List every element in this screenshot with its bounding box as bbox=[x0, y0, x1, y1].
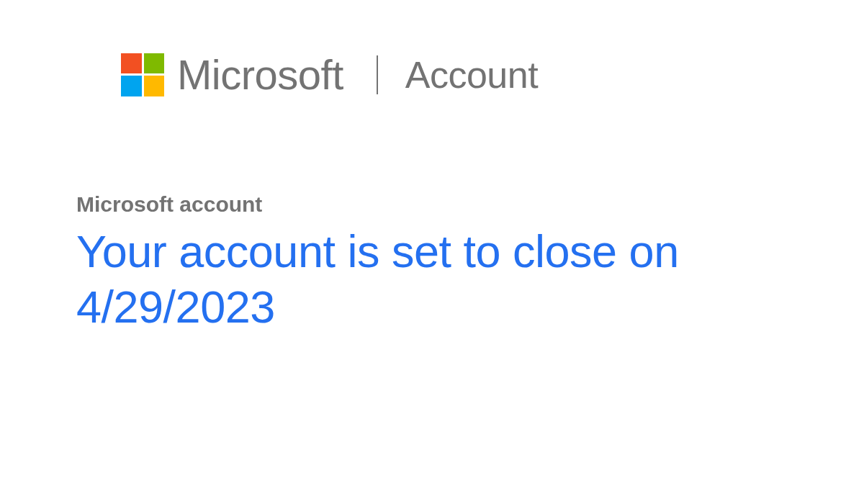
logo-square-green bbox=[144, 53, 165, 74]
email-content: Microsoft Account Microsoft account Your… bbox=[0, 0, 864, 335]
logo-square-red bbox=[121, 53, 142, 74]
subheading: Microsoft account bbox=[76, 192, 864, 217]
header: Microsoft Account bbox=[121, 50, 864, 99]
brand-name: Microsoft bbox=[177, 50, 343, 99]
headline: Your account is set to close on 4/29/202… bbox=[76, 224, 832, 335]
header-divider bbox=[377, 55, 378, 94]
body-section: Microsoft account Your account is set to… bbox=[76, 192, 864, 335]
logo-square-yellow bbox=[144, 76, 165, 96]
logo-square-blue bbox=[121, 76, 142, 96]
microsoft-logo-icon bbox=[121, 53, 164, 96]
section-label: Account bbox=[405, 53, 538, 96]
